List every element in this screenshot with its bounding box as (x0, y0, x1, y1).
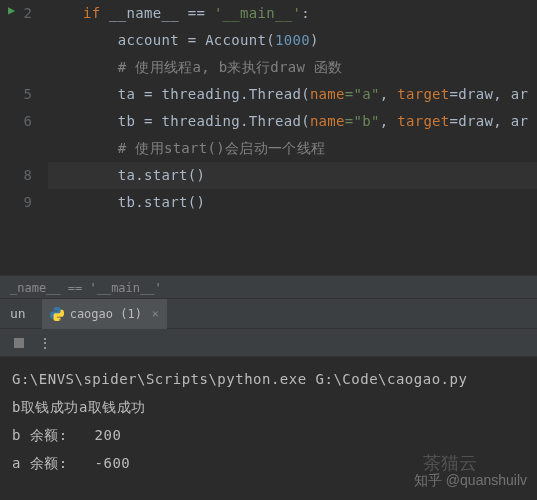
code-line: tb.start() (48, 189, 537, 216)
run-panel-label: un (4, 306, 32, 321)
code-line: ta = threading.Thread(name="a", target=d… (48, 81, 537, 108)
run-gutter-icon[interactable]: ▶ (8, 3, 15, 17)
svg-rect-0 (14, 338, 24, 348)
line-number: 9 (0, 189, 32, 216)
run-panel-header: un caogao (1) ✕ (0, 299, 537, 329)
close-icon[interactable]: ✕ (152, 307, 159, 320)
code-line-current: ta.start() (48, 162, 537, 189)
code-line: account = Account(1000) (48, 27, 537, 54)
console-line: b取钱成功a取钱成功 (12, 393, 525, 421)
more-icon[interactable]: ⋮ (36, 334, 54, 352)
code-line: # 使用线程a, b来执行draw 函数 (48, 54, 537, 81)
line-number: 6 (0, 108, 32, 135)
code-line: tb = threading.Thread(name="b", target=d… (48, 108, 537, 135)
breadcrumb[interactable]: _name__ == '__main__' (0, 275, 537, 299)
line-number (0, 27, 32, 54)
line-gutter: ▶ 2 5 6 8 9 (0, 0, 40, 275)
code-line: # 使用start()会启动一个线程 (48, 135, 537, 162)
code-content[interactable]: if __name__ == '__main__': account = Acc… (40, 0, 537, 275)
code-editor[interactable]: ▶ 2 5 6 8 9 if __name__ == '__main__': a… (0, 0, 537, 275)
stop-icon[interactable] (10, 334, 28, 352)
console-line: G:\ENVS\spider\Scripts\python.exe G:\Cod… (12, 365, 525, 393)
console-toolbar: ⋮ (0, 329, 537, 357)
line-number (0, 135, 32, 162)
run-tab[interactable]: caogao (1) ✕ (42, 299, 167, 329)
code-line: if __name__ == '__main__': (48, 0, 537, 27)
python-icon (50, 307, 64, 321)
line-number (0, 54, 32, 81)
watermark: 知乎 @quanshuilv (414, 472, 527, 490)
line-number: 8 (0, 162, 32, 189)
tab-label: caogao (1) (70, 307, 142, 321)
console-line: b 余额: 200 (12, 421, 525, 449)
line-number: 5 (0, 81, 32, 108)
line-number: 2 (0, 0, 32, 27)
